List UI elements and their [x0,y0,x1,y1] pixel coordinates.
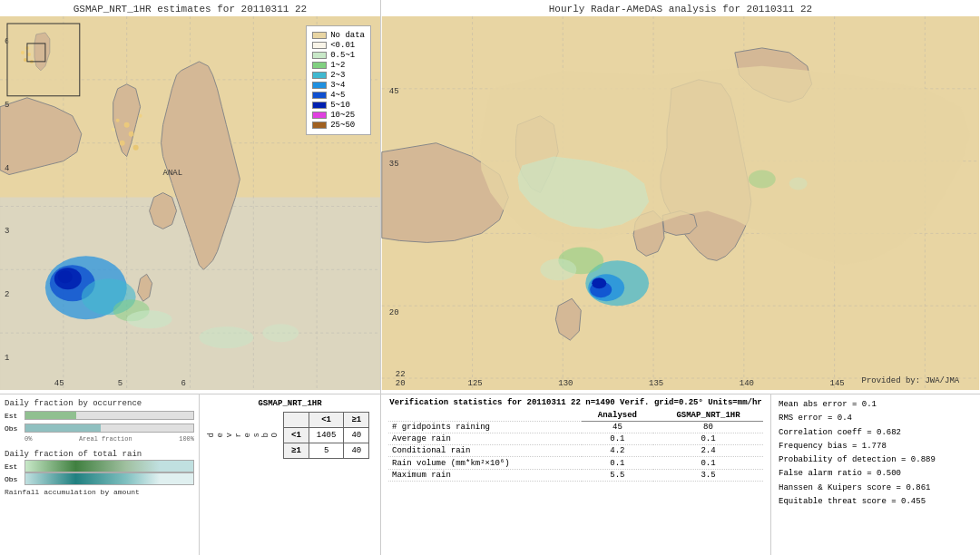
contingency-wrapper: Observed <1 ≥1 <1 1405 40 [207,412,373,459]
right-map-area: 45 35 20 125 130 135 140 145 20 22 Provi… [381,16,980,390]
contingency-title: GSMAP_NRT_1HR [207,399,373,408]
est-bar2-track [24,460,194,472]
rms-error: RMS error = 0.4 [779,412,973,425]
main-container: GSMAP_NRT_1HR estimates for 20110311 22 [0,0,980,555]
rainfall-label: Rainfall accumulation by amount [5,488,194,496]
est-label-2: Est [5,462,24,471]
second-chart-section: Daily fraction of total rain Est Obs [5,450,194,484]
svg-point-24 [133,145,139,151]
svg-text:145: 145 [830,379,845,388]
svg-point-23 [120,141,125,146]
chart-title-1: Daily fraction by occurrence [5,399,194,408]
error-stats-section: Mean abs error = 0.1 RMS error = 0.4 Cor… [771,394,980,555]
svg-text:1: 1 [5,354,9,363]
hanssen-score: Hanssen & Kuipers score = 0.861 [779,482,973,495]
svg-text:Provided by: JWA/JMA: Provided by: JWA/JMA [862,376,960,385]
est-label: Est [5,412,24,420]
freq-bias: Frequency bias = 1.778 [779,440,973,453]
false-alarm-ratio: False alarm ratio = 0.500 [779,467,973,481]
contingency-table-wrapper: <1 ≥1 <1 1405 40 ≥1 5 40 [283,412,369,459]
top-row: GSMAP_NRT_1HR estimates for 20110311 22 [0,0,980,394]
right-map-svg: 45 35 20 125 130 135 140 145 20 22 Provi… [381,16,980,390]
svg-text:20: 20 [396,379,406,388]
svg-text:135: 135 [649,379,663,388]
svg-point-20 [262,324,299,342]
est-bar2-container: Est [5,461,194,472]
right-panel: Hourly Radar-AMeDAS analysis for 2011031… [381,0,980,394]
equitable-threat: Equitable threat score = 0.455 [779,495,973,509]
est-bar-fill [25,412,76,419]
svg-text:130: 130 [558,379,573,388]
map-legend: No data <0.01 0.5~1 1~2 2~3 3~4 4~5 5~10… [306,25,371,135]
svg-point-64 [789,178,808,190]
correlation: Correlation coeff = 0.682 [779,426,973,440]
left-panel: GSMAP_NRT_1HR estimates for 20110311 22 [0,0,381,394]
svg-text:3: 3 [5,227,9,236]
svg-text:140: 140 [740,379,754,388]
bottom-left-charts: Daily fraction by occurrence Est Obs 0% [0,394,200,555]
svg-point-19 [199,326,253,348]
svg-text:45: 45 [54,379,64,388]
svg-text:20: 20 [389,308,399,317]
svg-point-62 [540,258,576,280]
svg-text:35: 35 [389,160,399,169]
svg-point-63 [749,170,776,189]
verification-section: Verification statistics for 20110311 22 … [381,394,771,555]
obs-bar2-track [24,472,194,485]
svg-point-27 [112,128,115,131]
obs-vertical-text: Observed [207,433,279,437]
svg-point-25 [116,119,120,122]
bottom-row: Daily fraction by occurrence Est Obs 0% [0,394,980,555]
svg-point-21 [124,122,130,128]
svg-text:5: 5 [118,379,122,388]
pod: Probability of detection = 0.889 [779,453,973,467]
svg-point-43 [21,51,24,54]
bar-axis: 0% Areal fraction 100% [5,435,194,443]
svg-point-41 [24,58,27,62]
obs-bar-container: Obs [5,423,194,433]
right-panel-title: Hourly Radar-AMeDAS analysis for 2011031… [381,0,980,16]
obs-bar-track [24,424,194,433]
error-stats: Mean abs error = 0.1 RMS error = 0.4 Cor… [779,398,973,509]
est-bar-container: Est [5,410,194,421]
est-bar-track [24,411,194,420]
svg-point-40 [27,53,31,56]
svg-text:125: 125 [468,379,483,388]
svg-point-15 [58,270,73,283]
obs-bar-fill [25,424,101,432]
left-panel-title: GSMAP_NRT_1HR estimates for 20110311 22 [0,0,380,16]
svg-point-26 [139,114,142,118]
svg-point-18 [127,310,172,328]
svg-text:22: 22 [396,370,406,379]
obs-vertical-label: Observed [207,433,279,437]
svg-text:2: 2 [5,290,9,299]
chart-title-2: Daily fraction of total rain [5,450,194,459]
svg-text:5: 5 [5,101,9,110]
stats-table: Analysed GSMAP_NRT_1HR # gridpoints rain… [388,410,763,482]
svg-text:45: 45 [389,87,399,96]
stats-title: Verification statistics for 20110311 22 … [388,398,763,407]
svg-text:ANAL: ANAL [163,169,183,178]
left-map-area: 6 5 4 3 2 1 45 5 6 ANAL [0,16,380,390]
svg-text:4: 4 [5,164,9,173]
contingency-table: <1 ≥1 <1 1405 40 ≥1 5 40 [283,412,369,459]
obs-bar2-container: Obs [5,473,194,484]
svg-point-60 [592,278,606,288]
svg-text:6: 6 [181,379,186,388]
svg-point-22 [129,131,134,137]
obs-label-2: Obs [5,475,24,483]
mean-abs-error: Mean abs error = 0.1 [779,398,973,412]
obs-label: Obs [5,424,24,433]
contingency-section: GSMAP_NRT_1HR Observed <1 ≥1 <1 [200,394,381,555]
